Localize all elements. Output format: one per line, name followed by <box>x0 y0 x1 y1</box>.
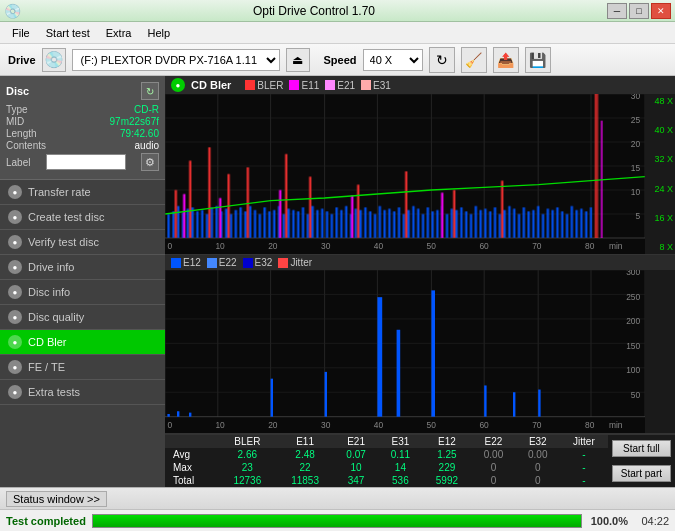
menu-file[interactable]: File <box>4 25 38 41</box>
sidebar-item-drive-info[interactable]: ● Drive info <box>0 255 165 280</box>
svg-rect-109 <box>527 211 529 238</box>
svg-rect-71 <box>345 206 347 238</box>
start-buttons-section: Start full Start part <box>608 435 675 487</box>
cell-e22: 0 <box>471 474 515 487</box>
drive-info-icon: ● <box>8 260 22 274</box>
disc-refresh-button[interactable]: ↻ <box>141 82 159 100</box>
top-chart-body: 30 25 20 15 10 5 0 10 20 30 40 50 60 <box>165 94 675 254</box>
svg-rect-68 <box>331 214 333 238</box>
svg-text:min: min <box>609 240 623 251</box>
cell-jitter: - <box>560 461 608 474</box>
svg-text:5: 5 <box>636 211 641 222</box>
sidebar-item-create-test-disc[interactable]: ● Create test disc <box>0 205 165 230</box>
toolbar: Drive 💿 (F:) PLEXTOR DVDR PX-716A 1.11 ⏏… <box>0 44 675 76</box>
speed-select[interactable]: 40 X 8 X 16 X 24 X 32 X 48 X <box>363 49 423 71</box>
svg-rect-79 <box>383 210 385 238</box>
sidebar-item-disc-quality[interactable]: ● Disc quality <box>0 305 165 330</box>
top-chart-title: CD Bler <box>191 79 231 91</box>
row-label: Total <box>165 474 218 487</box>
svg-rect-103 <box>499 214 501 238</box>
sidebar-items: ● Transfer rate ● Create test disc ● Ver… <box>0 180 165 405</box>
speed-label: Speed <box>324 54 357 66</box>
contents-value: audio <box>135 140 159 151</box>
type-label: Type <box>6 104 28 115</box>
cell-e22: 0 <box>471 461 515 474</box>
e32-legend-color <box>243 258 253 268</box>
export-button[interactable]: 📤 <box>493 47 519 73</box>
svg-text:40: 40 <box>374 240 383 251</box>
e32-legend-label: E32 <box>255 257 273 268</box>
save-button[interactable]: 💾 <box>525 47 551 73</box>
eject-button[interactable]: ⏏ <box>286 48 310 72</box>
drive-select[interactable]: (F:) PLEXTOR DVDR PX-716A 1.11 <box>72 49 280 71</box>
svg-text:min: min <box>609 419 623 430</box>
verify-test-disc-icon: ● <box>8 235 22 249</box>
svg-text:100: 100 <box>626 365 640 376</box>
svg-rect-131 <box>405 171 407 238</box>
svg-rect-60 <box>292 210 294 238</box>
svg-rect-105 <box>508 206 510 238</box>
start-part-button[interactable]: Start part <box>612 465 671 482</box>
svg-text:70: 70 <box>532 240 541 251</box>
sidebar-item-transfer-rate[interactable]: ● Transfer rate <box>0 180 165 205</box>
svg-rect-64 <box>311 206 313 238</box>
menu-help[interactable]: Help <box>139 25 178 41</box>
clear-button[interactable]: 🧹 <box>461 47 487 73</box>
svg-rect-120 <box>580 209 582 238</box>
svg-rect-117 <box>566 214 568 238</box>
top-chart-svg: 30 25 20 15 10 5 0 10 20 30 40 50 60 <box>165 94 645 254</box>
sidebar-item-disc-info[interactable]: ● Disc info <box>0 280 165 305</box>
cd-bler-icon: ● <box>8 335 22 349</box>
sidebar-item-fe-te[interactable]: ● FE / TE <box>0 355 165 380</box>
table-row: Avg 2.66 2.48 0.07 0.11 1.25 0.00 0.00 - <box>165 448 608 461</box>
start-full-button[interactable]: Start full <box>612 440 671 457</box>
svg-text:10: 10 <box>631 187 640 198</box>
svg-text:20: 20 <box>268 419 277 430</box>
contents-label: Contents <box>6 140 46 151</box>
close-button[interactable]: ✕ <box>651 3 671 19</box>
cell-bler: 23 <box>218 461 276 474</box>
svg-rect-40 <box>196 211 198 238</box>
svg-rect-176 <box>177 411 179 416</box>
svg-rect-135 <box>219 198 221 238</box>
svg-text:50: 50 <box>631 389 640 400</box>
cell-bler: 2.66 <box>218 448 276 461</box>
length-label: Length <box>6 128 37 139</box>
sidebar-item-cd-bler[interactable]: ● CD Bler <box>0 330 165 355</box>
refresh-button[interactable]: ↻ <box>429 47 455 73</box>
svg-rect-63 <box>307 214 309 238</box>
svg-text:200: 200 <box>626 316 640 327</box>
col-e12: E12 <box>423 435 472 448</box>
status-window-button[interactable]: Status window >> <box>6 491 107 507</box>
svg-rect-118 <box>571 206 573 238</box>
sidebar-item-verify-test-disc[interactable]: ● Verify test disc <box>0 230 165 255</box>
svg-rect-50 <box>244 211 246 238</box>
svg-text:60: 60 <box>479 240 488 251</box>
svg-rect-101 <box>489 211 491 238</box>
svg-rect-92 <box>446 214 448 238</box>
top-chart-header: ● CD Bler BLER E11 E21 E31 <box>165 76 675 94</box>
drive-label: Drive <box>8 54 36 66</box>
menu-start-test[interactable]: Start test <box>38 25 98 41</box>
minimize-button[interactable]: ─ <box>607 3 627 19</box>
menu-extra[interactable]: Extra <box>98 25 140 41</box>
svg-rect-44 <box>215 206 217 238</box>
svg-rect-77 <box>374 214 376 238</box>
maximize-button[interactable]: □ <box>629 3 649 19</box>
svg-rect-125 <box>208 147 210 238</box>
row-label: Max <box>165 461 218 474</box>
svg-rect-121 <box>585 211 587 238</box>
label-gear-button[interactable]: ⚙ <box>141 153 159 171</box>
cell-e21: 0.07 <box>334 448 378 461</box>
progress-time: 04:22 <box>634 515 669 527</box>
svg-rect-78 <box>379 206 381 238</box>
sidebar-item-extra-tests[interactable]: ● Extra tests <box>0 380 165 405</box>
col-e31: E31 <box>378 435 422 448</box>
fe-te-icon: ● <box>8 360 22 374</box>
svg-rect-102 <box>494 207 496 238</box>
label-input[interactable] <box>46 154 126 170</box>
svg-text:30: 30 <box>631 94 640 101</box>
data-table-section: BLER E11 E21 E31 E12 E22 E32 Jitter Avg … <box>165 434 675 487</box>
drive-icon: 💿 <box>42 48 66 72</box>
svg-rect-62 <box>302 207 304 238</box>
